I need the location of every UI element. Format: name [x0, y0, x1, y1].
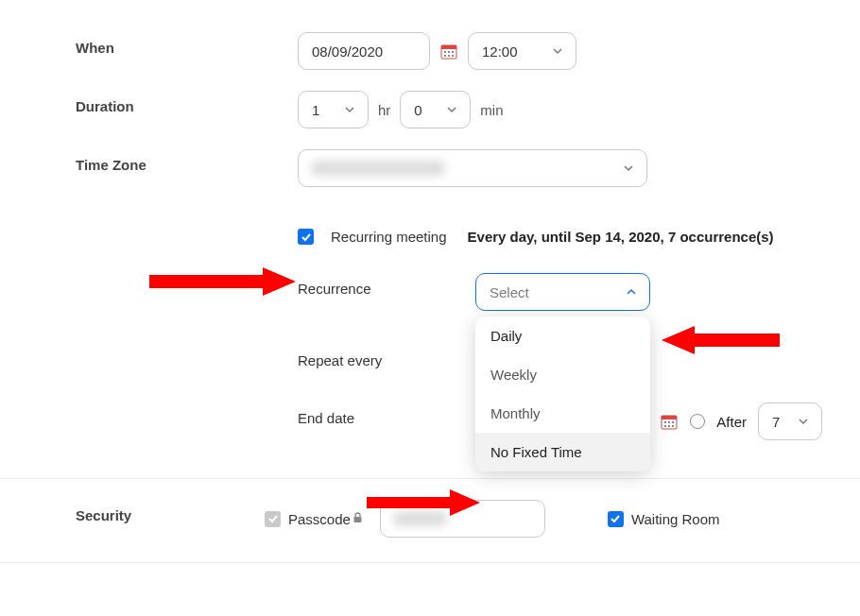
recurrence-option-monthly[interactable]: Monthly — [475, 394, 650, 433]
recurrence-option-daily[interactable]: Daily — [475, 317, 650, 355]
timezone-label: Time Zone — [0, 149, 298, 173]
recurring-checkbox-label: Recurring meeting — [331, 229, 447, 245]
timezone-row: Time Zone — [0, 138, 860, 197]
recurrence-row: Recurrence Select Daily Weekly Monthly N… — [0, 254, 860, 320]
waiting-room-checkbox[interactable] — [608, 511, 624, 527]
duration-label: Duration — [0, 91, 298, 114]
svg-rect-12 — [672, 421, 674, 423]
svg-rect-5 — [444, 55, 446, 57]
duration-hours-select[interactable]: 1 — [298, 91, 369, 128]
lock-icon — [353, 512, 363, 526]
when-row: When 08/09/2020 12:00 — [0, 21, 860, 79]
time-value: 12:00 — [482, 43, 518, 60]
chevron-down-icon — [447, 105, 456, 114]
svg-rect-7 — [452, 55, 454, 57]
security-label: Security — [0, 500, 265, 523]
calendar-icon[interactable] — [660, 412, 679, 431]
svg-rect-3 — [448, 51, 450, 53]
recurrence-select[interactable]: Select — [475, 273, 650, 311]
timezone-select[interactable] — [298, 149, 647, 187]
hr-unit: hr — [378, 102, 390, 118]
min-unit: min — [480, 102, 503, 118]
calendar-icon[interactable] — [439, 42, 458, 60]
svg-rect-11 — [668, 421, 670, 423]
passcode-checkbox[interactable] — [265, 511, 281, 527]
recurrence-option-nofixed[interactable]: No Fixed Time — [475, 433, 650, 471]
svg-rect-9 — [662, 416, 677, 419]
svg-rect-1 — [441, 45, 456, 49]
date-input[interactable]: 08/09/2020 — [298, 32, 430, 70]
duration-minutes-select[interactable]: 0 — [400, 91, 471, 128]
date-value: 08/09/2020 — [312, 43, 383, 60]
svg-rect-15 — [672, 425, 674, 427]
passcode-value-redacted — [394, 511, 446, 526]
after-radio[interactable] — [690, 414, 705, 429]
recurrence-option-weekly[interactable]: Weekly — [475, 355, 650, 394]
svg-rect-6 — [448, 55, 450, 57]
chevron-down-icon — [345, 105, 354, 114]
waiting-room-label: Waiting Room — [631, 511, 720, 527]
svg-rect-4 — [452, 51, 454, 53]
chevron-down-icon — [624, 163, 633, 173]
recurrence-label: Recurrence — [0, 273, 475, 297]
recurrence-dropdown-menu: Daily Weekly Monthly No Fixed Time — [475, 317, 650, 471]
duration-hours-value: 1 — [312, 102, 319, 118]
after-count-value: 7 — [772, 414, 780, 430]
duration-minutes-value: 0 — [414, 102, 421, 118]
passcode-input[interactable] — [380, 500, 545, 538]
repeat-row: Repeat every — [0, 320, 860, 378]
spacer — [0, 229, 298, 236]
when-label: When — [0, 32, 298, 56]
after-count-select[interactable]: 7 — [758, 402, 822, 440]
passcode-label: Passcode — [288, 511, 351, 527]
repeat-label: Repeat every — [0, 345, 475, 368]
recurrence-placeholder: Select — [490, 284, 529, 300]
after-label: After — [716, 414, 747, 430]
time-select[interactable]: 12:00 — [468, 32, 576, 70]
duration-row: Duration 1 hr 0 min — [0, 79, 860, 138]
recurring-checkbox[interactable] — [298, 229, 314, 245]
enddate-row: End date After 7 — [0, 378, 860, 479]
svg-rect-2 — [444, 51, 446, 53]
recurring-summary: Every day, until Sep 14, 2020, 7 occurre… — [468, 229, 774, 245]
recurring-row: Recurring meeting Every day, until Sep 1… — [0, 197, 860, 254]
svg-rect-13 — [664, 425, 666, 427]
svg-rect-10 — [664, 421, 666, 423]
security-row: Security Passcode Waiting Room — [0, 479, 860, 563]
chevron-down-icon — [799, 417, 808, 426]
svg-rect-14 — [668, 425, 670, 427]
chevron-down-icon — [553, 46, 562, 56]
enddate-label: End date — [0, 402, 475, 426]
svg-rect-16 — [353, 517, 361, 522]
timezone-value-redacted — [312, 161, 444, 176]
chevron-up-icon — [627, 287, 636, 297]
